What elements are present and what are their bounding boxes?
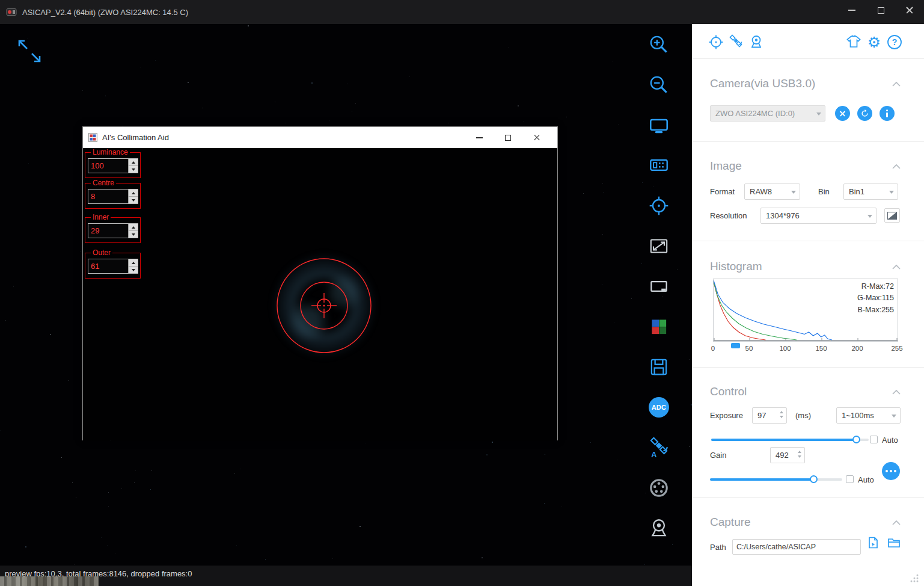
histogram-collapse-icon[interactable]	[892, 264, 901, 270]
capture-collapse-icon[interactable]	[892, 520, 901, 526]
luminance-group: Luminance 100	[85, 152, 141, 178]
path-label: Path	[710, 543, 726, 552]
format-select-value: RAW8	[750, 187, 772, 196]
fit-window-icon[interactable]	[646, 113, 672, 137]
camera-collapse-icon[interactable]	[892, 81, 901, 87]
theme-shirt-icon[interactable]	[845, 34, 862, 51]
close-icon	[905, 6, 914, 14]
open-folder-icon[interactable]	[886, 534, 902, 551]
outer-value: 61	[88, 262, 128, 271]
open-file-icon[interactable]	[865, 534, 882, 551]
centre-spinner[interactable]	[128, 190, 138, 203]
info-icon	[886, 109, 889, 117]
histogram-tick-label: 100	[779, 345, 791, 352]
inner-input[interactable]: 29	[88, 223, 138, 238]
luminance-label: Luminance	[91, 148, 130, 156]
zoom-in-icon[interactable]	[646, 32, 672, 57]
control-section-title: Control	[710, 385, 747, 398]
zoom-out-icon[interactable]	[646, 73, 672, 97]
inner-spinner[interactable]	[128, 224, 138, 238]
resolution-select[interactable]: 1304*976	[760, 208, 877, 224]
screen-layout-icon[interactable]	[646, 153, 672, 177]
more-controls-button[interactable]	[882, 462, 900, 480]
gain-slider-handle[interactable]	[810, 475, 818, 483]
exposure-slider-handle[interactable]	[852, 436, 860, 443]
histogram-tick-label: 255	[891, 345, 902, 352]
focus-assist-icon[interactable]	[708, 34, 724, 51]
adc-button[interactable]: ADC	[646, 395, 672, 419]
gain-spinner-arrows[interactable]	[798, 451, 801, 458]
luminance-input[interactable]: 100	[88, 158, 138, 173]
bin-select-value: Bin1	[849, 187, 864, 196]
exposure-range-select[interactable]: 1~100ms	[836, 407, 901, 424]
resolution-adjust-button[interactable]	[884, 208, 900, 223]
crosshair-icon[interactable]	[646, 194, 672, 218]
control-collapse-icon[interactable]	[892, 389, 901, 395]
collimation-window-title: AI's Collimation Aid	[102, 133, 169, 142]
exposure-auto-checkbox[interactable]	[870, 436, 878, 443]
close-button[interactable]	[895, 0, 924, 20]
bin-select[interactable]: Bin1	[843, 184, 898, 200]
collimation-maximize-button[interactable]	[494, 127, 522, 148]
path-input[interactable]	[732, 539, 861, 555]
telescope-satellite-icon[interactable]: A	[646, 436, 672, 460]
histogram-x-labels: 050100150200255	[713, 345, 898, 353]
exposure-spinner-arrows[interactable]	[780, 411, 783, 418]
histogram-tick-label: 150	[815, 345, 827, 352]
histogram-tick-label: 200	[851, 345, 863, 352]
capture-section-title: Capture	[710, 516, 751, 529]
collimation-titlebar[interactable]: AI's Collimation Aid	[83, 127, 557, 148]
histogram-level-marker[interactable]	[731, 343, 740, 348]
exposure-value: 97	[757, 411, 766, 420]
image-collapse-icon[interactable]	[892, 164, 901, 170]
save-icon[interactable]	[646, 355, 672, 379]
side-panel: ⚙ ? Camera(via USB3.0) ZWO ASI224MC (ID:…	[692, 24, 924, 586]
taskbar-thumbnail[interactable]	[0, 576, 99, 586]
gain-auto-checkbox[interactable]	[846, 475, 854, 483]
exposure-spinner[interactable]: 97	[752, 407, 787, 424]
collimation-body: Luminance 100 Centre 8 Inner	[83, 148, 557, 440]
histogram-r-max: R-Max:72	[857, 281, 894, 292]
outer-spinner[interactable]	[128, 259, 138, 273]
expand-fullscreen-icon[interactable]	[16, 37, 43, 65]
asicap-window: ASICAP_V2.4 (64bit) (ZWO ASI224MC: 14.5 …	[0, 0, 924, 586]
webcam-icon[interactable]	[748, 34, 765, 51]
app-icon	[6, 7, 17, 17]
resize-grip[interactable]	[909, 573, 920, 584]
outer-input[interactable]: 61	[88, 259, 138, 274]
camera-refresh-button[interactable]	[857, 106, 872, 121]
camera-select[interactable]: ZWO ASI224MC (ID:0)	[710, 105, 825, 122]
filter-wheel-icon[interactable]	[646, 476, 672, 500]
format-select[interactable]: RAW8	[744, 184, 800, 200]
titlebar[interactable]: ASICAP_V2.4 (64bit) (ZWO ASI224MC: 14.5 …	[0, 0, 924, 24]
refresh-icon	[860, 109, 869, 118]
camera-icon[interactable]	[646, 516, 672, 540]
minimize-button[interactable]	[837, 0, 866, 20]
exposure-unit-label: (ms)	[795, 411, 811, 420]
luminance-value: 100	[88, 161, 128, 170]
maximize-button[interactable]	[866, 0, 895, 20]
luminance-spinner[interactable]	[128, 159, 138, 173]
exposure-slider[interactable]	[711, 439, 869, 441]
preview-area[interactable]: ADC A	[0, 24, 692, 566]
centre-group: Centre 8	[85, 183, 141, 209]
gain-slider[interactable]	[710, 478, 842, 481]
histogram-max-values: R-Max:72 G-Max:115 B-Max:255	[857, 281, 894, 316]
gain-spinner[interactable]: 492	[770, 447, 805, 463]
status-bar: preview fps:10.3, total frames:8146, dro…	[0, 566, 692, 586]
camera-info-button[interactable]	[880, 106, 895, 121]
help-icon[interactable]: ?	[886, 34, 903, 51]
centre-input[interactable]: 8	[88, 189, 138, 204]
gear-icon[interactable]: ⚙	[866, 34, 883, 51]
resolution-label: Resolution	[710, 211, 747, 220]
camera-disconnect-button[interactable]	[835, 106, 850, 121]
collimation-minimize-button[interactable]	[465, 127, 494, 148]
collimation-window[interactable]: AI's Collimation Aid	[82, 126, 558, 440]
color-balance-icon[interactable]	[646, 315, 672, 339]
collimation-close-button[interactable]	[522, 127, 551, 148]
gain-label: Gain	[710, 451, 726, 460]
roi-icon[interactable]	[646, 274, 672, 298]
fit-scale-icon[interactable]	[646, 234, 672, 258]
camera-select-value: ZWO ASI224MC (ID:0)	[715, 109, 795, 118]
satellite-icon[interactable]	[727, 34, 744, 51]
